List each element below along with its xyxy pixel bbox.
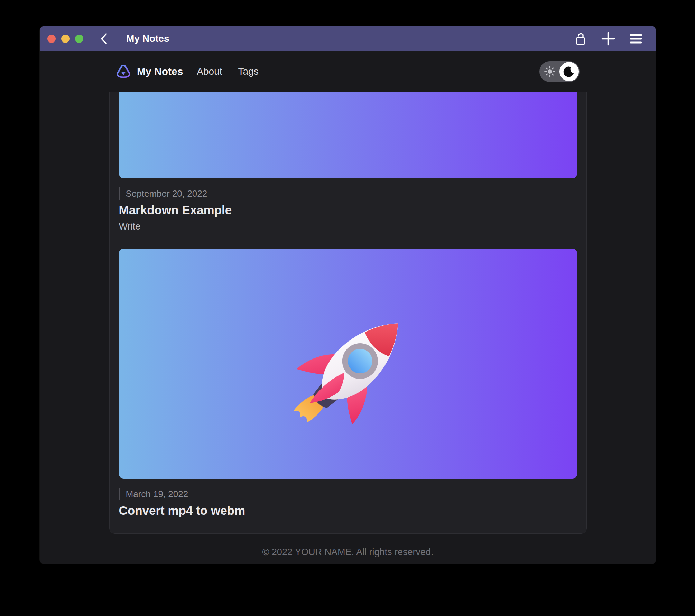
post-meta: March 19, 2022 bbox=[119, 488, 577, 500]
meta-divider bbox=[119, 187, 120, 200]
app-window: My Notes bbox=[40, 26, 656, 564]
hamburger-icon bbox=[629, 32, 642, 45]
post-date: March 19, 2022 bbox=[126, 489, 188, 500]
brand-link[interactable]: My Notes bbox=[137, 66, 183, 77]
lock-button[interactable] bbox=[573, 31, 588, 46]
chevron-left-icon bbox=[99, 32, 109, 45]
lock-open-icon bbox=[574, 31, 587, 46]
zoom-window-button[interactable] bbox=[75, 35, 83, 43]
post-card: September 20, 2022 Markdown Example Writ… bbox=[119, 92, 577, 232]
meta-divider bbox=[119, 488, 120, 500]
theme-toggle[interactable] bbox=[539, 61, 580, 82]
post-meta: September 20, 2022 bbox=[119, 187, 577, 200]
nav-link-tags[interactable]: Tags bbox=[238, 66, 259, 77]
post-card: March 19, 2022 Convert mp4 to webm bbox=[119, 249, 577, 517]
plus-icon bbox=[601, 31, 616, 46]
new-tab-button[interactable] bbox=[601, 31, 616, 46]
post-date: September 20, 2022 bbox=[126, 188, 207, 199]
post-excerpt: Write bbox=[119, 221, 577, 232]
close-window-button[interactable] bbox=[47, 35, 56, 43]
post-banner-rocket[interactable] bbox=[119, 249, 577, 479]
post-list-panel: September 20, 2022 Markdown Example Writ… bbox=[109, 92, 587, 534]
traffic-lights bbox=[47, 35, 83, 43]
post-title-link[interactable]: Markdown Example bbox=[119, 203, 577, 217]
site-logo-icon[interactable] bbox=[116, 64, 131, 79]
post-title-link[interactable]: Convert mp4 to webm bbox=[119, 504, 577, 517]
theme-toggle-knob bbox=[559, 62, 579, 81]
moon-icon bbox=[563, 66, 575, 77]
page-content: My Notes About Tags bbox=[40, 51, 656, 564]
titlebar: My Notes bbox=[40, 26, 656, 51]
titlebar-actions bbox=[573, 31, 643, 46]
window-title: My Notes bbox=[126, 33, 169, 44]
minimize-window-button[interactable] bbox=[61, 35, 70, 43]
scroll-area[interactable]: September 20, 2022 Markdown Example Writ… bbox=[40, 92, 656, 564]
menu-button[interactable] bbox=[628, 31, 643, 46]
navbar-inner: My Notes About Tags bbox=[116, 51, 580, 92]
back-button[interactable] bbox=[98, 32, 110, 45]
navbar: My Notes About Tags bbox=[40, 51, 656, 92]
nav-link-about[interactable]: About bbox=[197, 66, 222, 77]
footer-copyright: © 2022 YOUR NAME. All rights reserved. bbox=[40, 547, 656, 558]
rocket-3d-icon bbox=[276, 296, 425, 445]
post-banner-gradient[interactable] bbox=[119, 92, 577, 178]
sun-icon bbox=[544, 66, 555, 77]
